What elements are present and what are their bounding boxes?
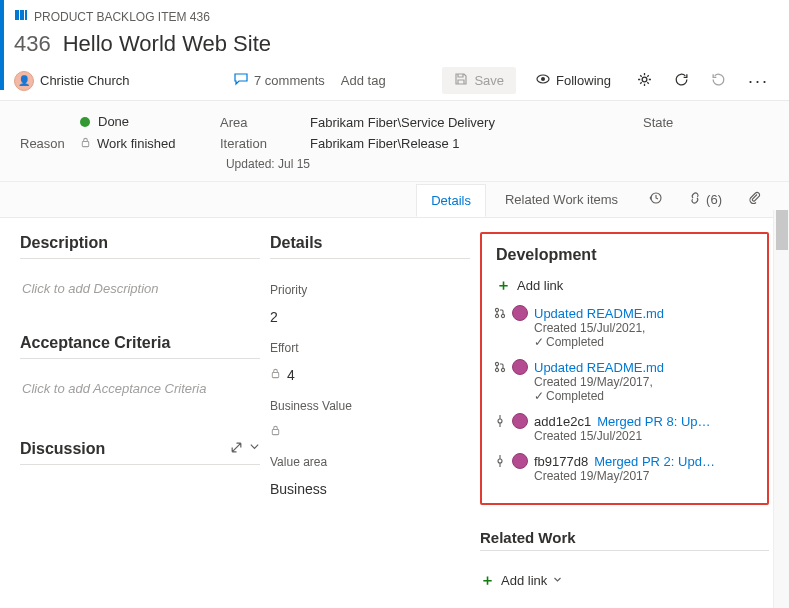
dev-link-meta: Created 19/May/2017, (534, 375, 753, 389)
svg-rect-8 (272, 373, 278, 378)
svg-point-13 (495, 362, 498, 365)
dev-link-title[interactable]: Updated README.md (534, 306, 664, 321)
svg-point-4 (541, 77, 545, 81)
development-heading: Development (496, 244, 753, 270)
assignee-field[interactable]: 👤 Christie Church (14, 71, 224, 91)
check-icon: ✓ (534, 335, 544, 349)
svg-point-5 (642, 77, 647, 82)
link-icon (688, 191, 702, 208)
dev-link-item[interactable]: Updated README.mdCreated 15/Jul/2021,✓Co… (496, 305, 753, 349)
avatar (512, 453, 528, 469)
comment-icon (234, 72, 248, 89)
dev-link-meta: Created 15/Jul/2021, (534, 321, 753, 335)
assignee-name: Christie Church (40, 73, 130, 88)
related-add-link-button[interactable]: ＋ Add link (480, 571, 769, 590)
gear-icon (637, 72, 652, 90)
svg-point-17 (498, 459, 502, 463)
dev-link-title[interactable]: Updated README.md (534, 360, 664, 375)
acceptance-heading: Acceptance Criteria (20, 332, 260, 359)
refresh-button[interactable] (668, 68, 695, 94)
undo-icon (711, 72, 726, 90)
eye-icon (536, 72, 550, 89)
area-label: Area (220, 115, 310, 130)
area-value[interactable]: Fabrikam Fiber\Service Delivery (310, 115, 643, 130)
state-label: State (643, 115, 673, 130)
state-dot-icon (80, 117, 90, 127)
vertical-scrollbar[interactable] (773, 210, 789, 608)
dev-link-meta: Created 15/Jul/2021 (534, 429, 753, 443)
tab-related-work[interactable]: Related Work items (490, 183, 633, 216)
details-heading: Details (270, 232, 470, 259)
svg-rect-6 (82, 141, 88, 146)
save-button[interactable]: Save (442, 67, 516, 94)
avatar (512, 305, 528, 321)
history-icon (648, 191, 662, 208)
tab-links[interactable]: (6) (677, 182, 733, 217)
dev-link-item[interactable]: Updated README.mdCreated 19/May/2017,✓Co… (496, 359, 753, 403)
pbi-type-icon (14, 8, 28, 25)
add-tag-button[interactable]: Add tag (335, 70, 392, 91)
svg-point-14 (495, 368, 498, 371)
related-work-heading: Related Work (480, 529, 769, 551)
refresh-icon (674, 72, 689, 90)
priority-label: Priority (270, 283, 470, 297)
iteration-value[interactable]: Fabrikam Fiber\Release 1 (310, 136, 643, 151)
description-placeholder[interactable]: Click to add Description (20, 277, 260, 300)
description-heading: Description (20, 232, 260, 259)
svg-rect-2 (25, 10, 27, 20)
dev-link-item[interactable]: fb9177d8 Merged PR 2: Upd…Created 19/May… (496, 453, 753, 483)
effort-value[interactable]: 4 (270, 367, 470, 383)
business-value-label: Business Value (270, 399, 470, 413)
chevron-down-icon[interactable] (249, 441, 260, 457)
comments-button[interactable]: 7 comments (234, 72, 325, 89)
commit-hash: add1e2c1 (534, 414, 591, 429)
discussion-heading: Discussion (20, 440, 105, 458)
lock-icon (270, 368, 281, 382)
dev-link-title[interactable]: Merged PR 8: Up… (597, 414, 710, 429)
check-icon: ✓ (534, 389, 544, 403)
follow-button[interactable]: Following (526, 68, 621, 93)
more-actions-button[interactable]: ··· (742, 76, 775, 86)
work-item-id: 436 (14, 31, 51, 57)
dev-link-item[interactable]: add1e2c1 Merged PR 8: Up…Created 15/Jul/… (496, 413, 753, 443)
value-area-value[interactable]: Business (270, 481, 470, 497)
state-value[interactable]: Done (98, 114, 129, 129)
svg-rect-1 (20, 10, 24, 20)
business-value-value[interactable] (270, 425, 470, 439)
iteration-label: Iteration (220, 136, 310, 151)
lock-icon (80, 137, 91, 151)
expand-icon[interactable] (230, 441, 243, 457)
pull-request-icon (494, 307, 506, 322)
tab-attachments[interactable] (737, 182, 773, 217)
svg-point-12 (501, 314, 504, 317)
svg-rect-9 (272, 430, 278, 435)
svg-point-16 (498, 419, 502, 423)
avatar (512, 413, 528, 429)
work-item-title[interactable]: Hello World Web Site (63, 31, 271, 57)
value-area-label: Value area (270, 455, 470, 469)
dev-link-meta: Created 19/May/2017 (534, 469, 753, 483)
plus-icon: ＋ (496, 276, 511, 295)
settings-button[interactable] (631, 68, 658, 94)
svg-point-15 (501, 368, 504, 371)
undo-button[interactable] (705, 68, 732, 94)
scrollbar-thumb[interactable] (776, 210, 788, 250)
attachment-icon (748, 191, 762, 208)
avatar: 👤 (14, 71, 34, 91)
tab-history[interactable] (637, 182, 673, 217)
reason-value: Work finished (97, 136, 176, 151)
acceptance-placeholder[interactable]: Click to add Acceptance Criteria (20, 377, 260, 400)
svg-point-11 (495, 314, 498, 317)
development-section-highlight: Development ＋ Add link Updated README.md… (480, 232, 769, 505)
avatar (512, 359, 528, 375)
tab-details[interactable]: Details (416, 184, 486, 217)
commit-icon (494, 415, 506, 430)
plus-icon: ＋ (480, 571, 495, 590)
svg-point-10 (495, 308, 498, 311)
updated-text: Updated: Jul 15 (220, 157, 310, 171)
breadcrumb[interactable]: PRODUCT BACKLOG ITEM 436 (34, 10, 210, 24)
svg-rect-0 (15, 10, 19, 20)
add-link-button[interactable]: ＋ Add link (496, 276, 753, 295)
dev-link-title[interactable]: Merged PR 2: Upd… (594, 454, 715, 469)
priority-value[interactable]: 2 (270, 309, 470, 325)
